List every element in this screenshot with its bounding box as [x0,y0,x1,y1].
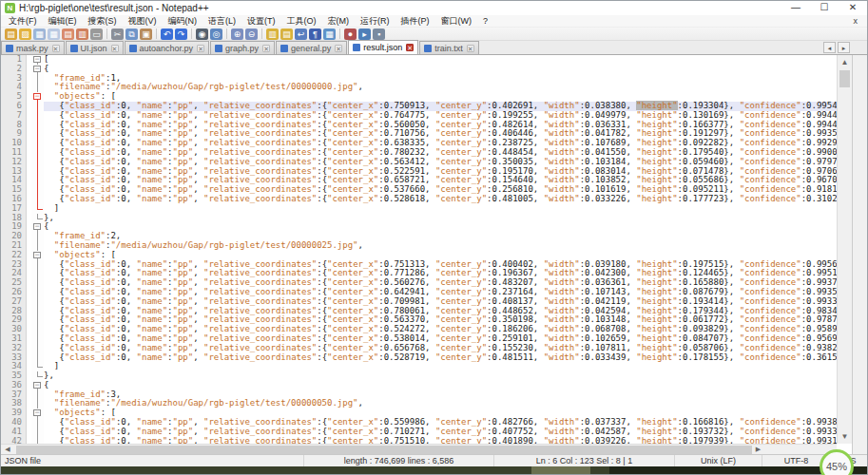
tab-train.txt[interactable]: train.txt✕ [419,41,479,54]
close-document-icon[interactable]: x [850,16,862,26]
code-line[interactable]: {"class_id":0, "name":"pp", "relative_co… [44,437,837,444]
tab-mask.py[interactable]: mask.py✕ [1,41,65,54]
fold-margin[interactable]: ––––––– [31,55,44,444]
fold-marker [31,232,44,241]
redo-icon[interactable]: ↷ [175,28,187,40]
minimize-button[interactable]: — [781,1,810,15]
copy-icon[interactable]: ⧉ [125,28,138,40]
editor-area[interactable]: 1234567891011121314151617181920212223242… [1,55,837,444]
tab-result.json[interactable]: result.json✕ [348,40,418,54]
cut-icon[interactable]: ✂ [111,28,124,40]
menu-item[interactable]: 编码(N) [163,15,203,28]
sync-scroll-h-icon[interactable]: ▤ [280,28,293,40]
fold-marker[interactable]: – [31,381,44,390]
fold-marker[interactable]: – [31,65,44,74]
menu-item[interactable]: 搜索(S) [83,15,123,28]
tab-scroll-right-icon[interactable]: ▸ [838,42,850,53]
find-icon[interactable]: ◉ [196,28,208,40]
macro-play-icon[interactable]: ▸ [358,28,371,40]
code-line[interactable]: "filename":"/media/wuzhou/Gap/rgb-piglet… [44,399,837,408]
scroll-left-icon[interactable]: ◀ [1,446,14,453]
tab-close-icon[interactable]: ✕ [406,44,414,51]
word-wrap-icon[interactable]: ↩ [295,28,307,40]
indent-guide-icon[interactable]: ▦ [323,28,336,40]
menu-item[interactable]: 编辑(E) [43,15,83,28]
tab-close-icon[interactable]: ✕ [467,45,474,52]
fold-marker[interactable]: – [31,92,44,102]
fold-marker [31,129,44,139]
menu-item[interactable]: 视图(V) [123,15,163,28]
fold-marker[interactable]: – [31,251,44,260]
fold-marker [31,297,44,307]
code-line[interactable]: }, [44,214,837,223]
zoom-in-icon[interactable]: ⊕ [231,28,243,40]
sync-scroll-v-icon[interactable]: ▥ [266,28,279,40]
fold-marker[interactable]: – [31,55,44,65]
fold-marker [31,288,44,297]
menu-item[interactable]: 窗口(W) [435,15,478,28]
scroll-right-icon[interactable]: ▶ [752,446,765,453]
print-icon[interactable]: ▭ [90,28,103,40]
menu-item[interactable]: 运行(R) [355,15,395,28]
macro-save-icon[interactable]: ▪ [373,28,385,40]
code-line[interactable]: ] [44,204,837,214]
tab-label: general.py [291,44,331,53]
tab-UI.json[interactable]: UI.json✕ [66,41,124,54]
saved-file-icon [353,44,360,51]
tab-close-icon[interactable]: ✕ [111,45,119,52]
code-line[interactable]: {"class_id":0, "name":"pp", "relative_co… [44,353,837,363]
horizontal-scrollbar[interactable]: ◀ ▶ [1,444,837,454]
close-all-icon[interactable]: ▥ [76,28,88,40]
vertical-scroll-thumb[interactable] [839,70,850,87]
fold-marker [31,428,44,437]
menu-item[interactable]: 语言(L) [203,15,241,28]
scroll-up-icon[interactable]: ▲ [838,55,852,69]
code-content[interactable]: [{ "frame_id":1, "filename":"/media/wuzh… [44,55,837,444]
show-all-characters-icon[interactable]: ¶ [309,28,321,40]
fold-marker [31,418,44,428]
horizontal-scroll-thumb[interactable] [16,446,752,454]
fold-marker[interactable]: – [31,222,44,232]
menu-item[interactable]: 工具(O) [281,15,322,28]
toolbar-separator [261,28,262,39]
save-all-icon[interactable]: ▦ [48,28,60,40]
code-line[interactable]: "filename":"/media/wuzhou/Gap/rgb-piglet… [44,241,837,251]
tab-graph.py[interactable]: graph.py✕ [210,41,275,54]
menu-item[interactable]: 宏(M) [322,15,356,28]
fold-marker[interactable]: – [31,408,44,418]
code-line[interactable]: "filename":"/media/wuzhou/Gap/rgb-piglet… [44,83,837,92]
close-button[interactable]: ✕ [839,1,867,15]
tab-close-icon[interactable]: ✕ [197,45,204,52]
new-file-icon[interactable]: ▤ [5,28,17,40]
zoom-out-icon[interactable]: ⊖ [245,28,258,40]
menu-item[interactable]: 文件(F) [3,15,43,28]
menu-item[interactable]: 设置(T) [241,15,281,28]
save-icon[interactable]: ▦ [33,28,46,40]
code-line[interactable]: {"class_id":0, "name":"pp", "relative_co… [44,195,837,204]
tab-autoanchor.py[interactable]: autoanchor.py✕ [125,41,210,54]
menu-item[interactable]: ? [477,16,493,26]
code-line[interactable]: }, [44,371,837,381]
tab-close-icon[interactable]: ✕ [262,45,270,52]
scroll-down-icon[interactable]: ▼ [838,429,852,444]
macro-record-icon[interactable]: ● [344,28,357,40]
code-line[interactable]: { [44,65,837,74]
fold-marker [31,83,44,92]
code-line[interactable]: { [44,381,837,390]
close-icon[interactable]: ▤ [62,28,74,40]
undo-icon[interactable]: ↶ [161,28,173,40]
replace-icon[interactable]: ◎ [210,28,222,40]
maximize-button[interactable]: ☐ [810,1,839,15]
tab-close-icon[interactable]: ✕ [52,45,60,52]
vertical-scrollbar[interactable]: ▲ ▼ [837,55,852,444]
tab-close-icon[interactable]: ✕ [335,45,342,52]
code-line[interactable]: { [44,222,837,232]
tab-general.py[interactable]: general.py✕ [276,41,347,54]
menu-item[interactable]: 插件(P) [395,15,435,28]
paste-icon[interactable]: ▣ [140,28,152,40]
tab-scroll-left-icon[interactable]: ◂ [823,42,836,53]
code-line[interactable]: ] [44,362,837,371]
status-eol-format[interactable]: Unix (LF) [675,455,762,466]
code-line[interactable]: [ [44,55,837,65]
open-file-icon[interactable]: ▨ [19,28,31,40]
